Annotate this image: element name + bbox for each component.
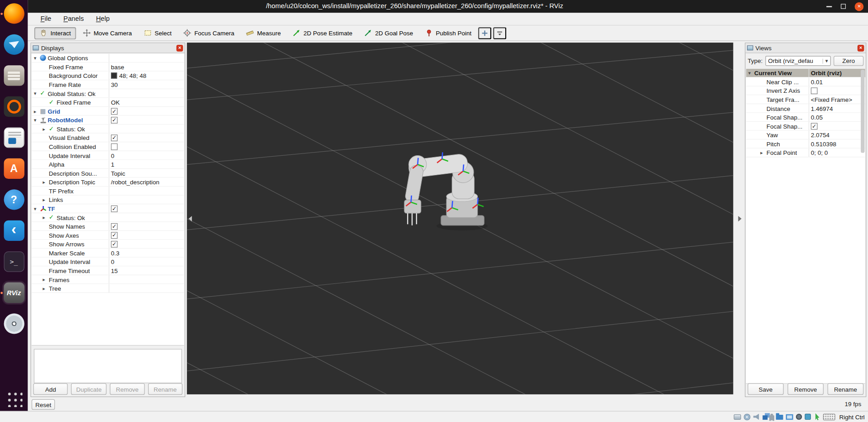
property-value[interactable]: base — [111, 63, 124, 70]
checkbox-checked[interactable]: ✓ — [111, 223, 118, 230]
property-value[interactable]: 15 — [111, 267, 118, 274]
remove-view-button[interactable]: Remove — [787, 383, 824, 395]
minimize-icon[interactable] — [826, 6, 832, 7]
checkbox-unchecked[interactable] — [811, 87, 818, 94]
collapse-right-panel-icon[interactable] — [738, 216, 741, 221]
expand-arrow-icon[interactable]: ▸ — [43, 215, 48, 220]
property-row[interactable]: ▾RobotModel✓ — [32, 116, 184, 125]
property-row[interactable]: Fixed Framebase — [32, 62, 184, 72]
property-row[interactable]: Invert Z Axis — [746, 86, 865, 96]
close-panel-icon[interactable]: × — [177, 44, 183, 51]
property-row[interactable]: Focal Shap...✓ — [746, 122, 865, 131]
property-row[interactable]: ▸Tree — [32, 284, 184, 293]
property-value[interactable]: 0 — [111, 259, 115, 265]
property-row[interactable]: ▾Global Options — [32, 54, 184, 63]
property-row[interactable]: ▸Focal Point0; 0; 0 — [746, 149, 865, 158]
toolbar-overflow-button[interactable] — [493, 27, 506, 39]
view-type-combobox[interactable]: Orbit (rviz_defau ▼ — [765, 56, 831, 66]
software-dock-item[interactable]: A — [3, 158, 25, 180]
collapse-arrow-icon[interactable]: ▾ — [748, 70, 754, 76]
property-value[interactable]: 0.510398 — [811, 140, 836, 147]
property-value[interactable]: Topic — [111, 170, 125, 177]
property-row[interactable]: Frame Rate30 — [32, 80, 184, 89]
hdd-tray-icon[interactable] — [734, 414, 741, 419]
property-value[interactable]: 0 — [111, 152, 115, 159]
menu-panels[interactable]: Panels — [58, 13, 90, 25]
property-row[interactable]: Focal Shap...0.05 — [746, 113, 865, 122]
checkbox-checked[interactable]: ✓ — [111, 134, 118, 141]
property-value[interactable]: Orbit (rviz) — [811, 69, 842, 76]
property-value[interactable]: 0.05 — [811, 114, 823, 120]
property-value[interactable]: 0.3 — [111, 249, 120, 256]
property-value[interactable]: 2.0754 — [811, 131, 830, 138]
property-row[interactable]: ▸✓Status: Ok — [32, 125, 184, 134]
property-row[interactable]: Frame Timeout15 — [32, 266, 184, 275]
record-tray-icon[interactable] — [796, 414, 802, 420]
property-row[interactable]: ▾✓Global Status: Ok — [32, 89, 184, 98]
cd-tray-icon[interactable] — [744, 413, 751, 420]
collapse-arrow-icon[interactable]: ▾ — [34, 206, 40, 211]
expand-arrow-icon[interactable]: ▸ — [34, 108, 40, 114]
tool-measure[interactable]: Measure — [241, 27, 286, 39]
expand-arrow-icon[interactable]: ▸ — [43, 197, 48, 202]
property-value[interactable]: 30 — [111, 81, 118, 88]
zero-button[interactable]: Zero — [834, 56, 863, 66]
property-row[interactable]: Description Sou...Topic — [32, 169, 184, 178]
vscode-dock-item[interactable] — [3, 220, 25, 242]
remove-button[interactable]: Remove — [110, 383, 144, 395]
help-dock-item[interactable]: ? — [3, 189, 25, 211]
property-row[interactable]: ▾Current ViewOrbit (rviz) — [746, 69, 865, 78]
tool-focus-camera[interactable]: Focus Camera — [178, 27, 240, 39]
thunderbird-dock-item[interactable] — [3, 34, 25, 56]
title-bar[interactable]: /home/u20/colcon_ws/install/mypalletizer… — [28, 0, 868, 13]
add-tool-button[interactable] — [478, 27, 491, 39]
terminal-dock-item[interactable] — [3, 251, 25, 273]
property-row[interactable]: ▾TF✓ — [32, 204, 184, 213]
property-row[interactable]: ▸Links — [32, 196, 184, 205]
expand-arrow-icon[interactable]: ▸ — [43, 126, 48, 131]
menu-file[interactable]: File — [34, 13, 58, 25]
property-row[interactable]: ▸Frames — [32, 275, 184, 284]
close-panel-icon[interactable]: × — [858, 44, 864, 51]
render-viewport[interactable] — [187, 43, 734, 394]
property-value[interactable]: 48; 48; 48 — [119, 72, 146, 79]
property-row[interactable]: Show Names✓ — [32, 222, 184, 231]
maximize-icon[interactable] — [841, 4, 846, 9]
property-row[interactable]: Yaw2.0754 — [746, 131, 865, 140]
property-row[interactable]: Update Interval0 — [32, 151, 184, 160]
property-row[interactable]: TF Prefix — [32, 187, 184, 196]
views-panel-header[interactable]: Views × — [745, 43, 866, 53]
collapse-left-panel-icon[interactable] — [188, 216, 192, 221]
property-row[interactable]: ▸✓Status: Ok — [32, 213, 184, 222]
property-value[interactable]: 1.46974 — [811, 105, 833, 112]
duplicate-button[interactable]: Duplicate — [71, 383, 106, 395]
property-row[interactable]: Near Clip ...0.01 — [746, 77, 865, 86]
app-grid-icon[interactable] — [5, 390, 23, 407]
audio-tray-icon[interactable] — [753, 413, 760, 420]
tool-interact[interactable]: Interact — [34, 27, 76, 39]
tool-2d-pose-estimate[interactable]: 2D Pose Estimate — [288, 27, 357, 39]
checkbox-checked[interactable]: ✓ — [111, 116, 118, 123]
property-row[interactable]: ▸Description Topic/robot_description — [32, 178, 184, 187]
features-tray-icon[interactable] — [805, 414, 811, 420]
property-value[interactable]: 0; 0; 0 — [811, 149, 828, 156]
checkbox-checked[interactable]: ✓ — [811, 123, 818, 129]
close-icon[interactable]: × — [855, 2, 864, 11]
tool-publish-point[interactable]: Publish Point — [420, 27, 476, 39]
rename-view-button[interactable]: Rename — [828, 383, 864, 395]
expand-arrow-icon[interactable]: ▸ — [43, 277, 48, 282]
property-row[interactable]: Distance1.46974 — [746, 104, 865, 113]
property-row[interactable]: ▸▦Grid✓ — [32, 107, 184, 116]
collapse-arrow-icon[interactable]: ▾ — [34, 117, 40, 123]
property-value[interactable]: OK — [111, 99, 120, 106]
usb-tray-icon[interactable] — [771, 413, 773, 420]
property-row[interactable]: Show Axes✓ — [32, 231, 184, 240]
disc-dock-item[interactable] — [3, 313, 25, 335]
rename-button[interactable]: Rename — [148, 383, 182, 395]
displays-panel-header[interactable]: Displays × — [31, 43, 185, 53]
network-tray-icon[interactable] — [762, 415, 767, 420]
property-value[interactable]: <Fixed Frame> — [811, 96, 852, 103]
property-row[interactable]: Alpha1 — [32, 160, 184, 169]
property-row[interactable]: ✓Fixed FrameOK — [32, 98, 184, 107]
property-row[interactable]: Collision Enabled — [32, 142, 184, 151]
